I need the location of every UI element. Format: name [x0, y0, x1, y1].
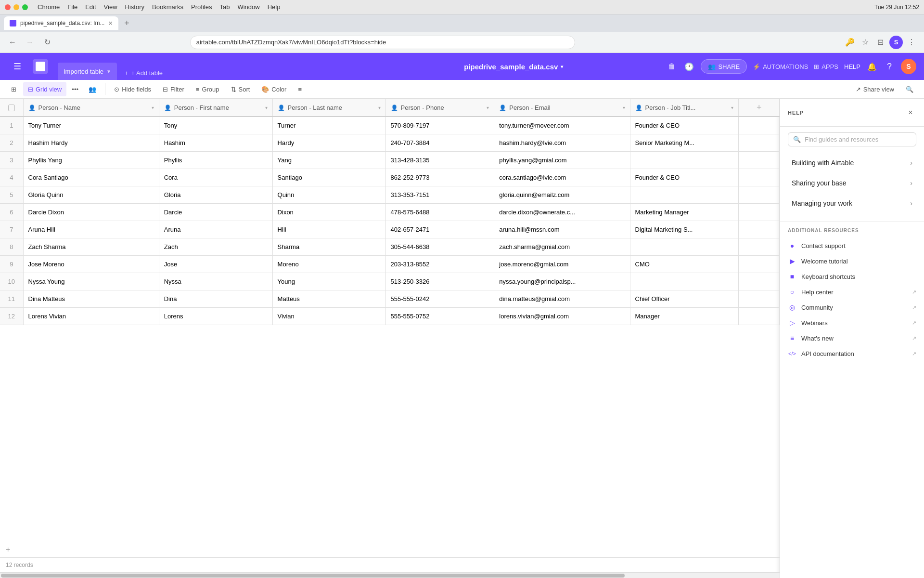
cell-phone-8[interactable]: 305-544-6638: [385, 238, 494, 255]
database-title-dropdown[interactable]: ▾: [561, 64, 563, 69]
cell-name-10[interactable]: Nyssa Young: [23, 273, 159, 290]
extensions-btn[interactable]: 🔑: [843, 36, 857, 49]
cell-name-8[interactable]: Zach Sharma: [23, 238, 159, 255]
help-search-box[interactable]: 🔍: [788, 132, 916, 146]
history-btn[interactable]: 🕐: [683, 61, 695, 72]
cell-lastname-8[interactable]: Sharma: [272, 238, 385, 255]
add-row-btn[interactable]: +: [0, 542, 780, 557]
cell-firstname-9[interactable]: Jose: [159, 255, 272, 273]
cell-lastname-10[interactable]: Young: [272, 273, 385, 290]
cell-firstname-3[interactable]: Phyllis: [159, 151, 272, 169]
mac-menu-file[interactable]: File: [67, 3, 77, 11]
help-close-btn[interactable]: ×: [905, 107, 916, 118]
cell-email-7[interactable]: aruna.hill@mssn.com: [494, 221, 630, 238]
sort-btn[interactable]: ⇅ Sort: [226, 82, 255, 96]
tab-close-btn[interactable]: ×: [108, 19, 112, 27]
resource-whats-new[interactable]: ≡ What's new ↗: [788, 330, 916, 346]
table-row[interactable]: ↗ 7 Aruna Hill Aruna Hill 402-657-2471 a…: [0, 221, 780, 238]
mac-menu-chrome[interactable]: Chrome: [38, 3, 60, 11]
mac-window-controls[interactable]: [5, 4, 28, 10]
cell-jobtitle-6[interactable]: Marketing Manager: [630, 203, 739, 221]
cell-lastname-3[interactable]: Yang: [272, 151, 385, 169]
cell-lastname-7[interactable]: Hill: [272, 221, 385, 238]
col-sort-jobtitle[interactable]: ▾: [731, 105, 733, 110]
table-tab-imported[interactable]: Imported table ▼: [58, 63, 117, 80]
view-more-btn[interactable]: •••: [68, 82, 82, 96]
table-row[interactable]: ↗ 9 Jose Moreno Jose Moreno 203-313-8552…: [0, 255, 780, 273]
cell-firstname-7[interactable]: Aruna: [159, 221, 272, 238]
maximize-window-btn[interactable]: [22, 4, 28, 10]
cell-jobtitle-8[interactable]: [630, 238, 739, 255]
cell-name-12[interactable]: Lorens Vivian: [23, 307, 159, 325]
resource-contact-support[interactable]: ● Contact support: [788, 238, 916, 253]
table-row[interactable]: ↗ 1 Tony Turner Tony Turner 570-809-7197…: [0, 117, 780, 134]
table-row[interactable]: ↗ 3 Phyllis Yang Phyllis Yang 313-428-31…: [0, 151, 780, 169]
cell-jobtitle-9[interactable]: CMO: [630, 255, 739, 273]
cell-firstname-8[interactable]: Zach: [159, 238, 272, 255]
select-all-checkbox[interactable]: [8, 105, 15, 111]
notifications-btn[interactable]: 🔔: [866, 61, 878, 72]
col-header-lastname[interactable]: 👤 Person - Last name ▾: [272, 99, 385, 117]
cell-firstname-1[interactable]: Tony: [159, 117, 272, 134]
trash-btn[interactable]: 🗑: [668, 62, 676, 71]
col-header-jobtitle[interactable]: 👤 Person - Job Titl... ▾: [630, 99, 739, 117]
cell-firstname-6[interactable]: Darcie: [159, 203, 272, 221]
cell-firstname-11[interactable]: Dina: [159, 290, 272, 307]
cell-lastname-11[interactable]: Matteus: [272, 290, 385, 307]
chrome-tab-active[interactable]: pipedrive_sample_data.csv: Im... ×: [4, 16, 118, 30]
new-tab-btn[interactable]: +: [120, 16, 134, 30]
minimize-window-btn[interactable]: [13, 4, 19, 10]
col-sort-email[interactable]: ▾: [623, 105, 625, 110]
chrome-user-avatar[interactable]: S: [889, 36, 903, 49]
mac-menu-window[interactable]: Window: [237, 3, 259, 11]
table-row[interactable]: ↗ 2 Hashim Hardy Hashim Hardy 240-707-38…: [0, 134, 780, 151]
table-tab-dropdown[interactable]: ▼: [106, 69, 111, 74]
cell-jobtitle-3[interactable]: [630, 151, 739, 169]
mac-menu-help[interactable]: Help: [268, 3, 281, 11]
table-row[interactable]: ↗ 4 Cora Santiago Cora Santiago 862-252-…: [0, 169, 780, 186]
help-question-btn[interactable]: ?: [884, 61, 895, 72]
cell-phone-7[interactable]: 402-657-2471: [385, 221, 494, 238]
mac-menu-edit[interactable]: Edit: [85, 3, 96, 11]
table-icon-btn[interactable]: ⊞: [6, 82, 21, 96]
group-btn[interactable]: ≡ Group: [191, 82, 224, 96]
col-add-header[interactable]: +: [739, 99, 780, 117]
col-sort-name[interactable]: ▾: [152, 105, 154, 110]
row-height-btn[interactable]: ≡: [293, 82, 307, 96]
cell-phone-10[interactable]: 513-250-3326: [385, 273, 494, 290]
cell-name-4[interactable]: Cora Santiago: [23, 169, 159, 186]
cell-email-5[interactable]: gloria.quinn@emailz.com: [494, 186, 630, 203]
apps-btn[interactable]: ⊞ APPS: [814, 63, 838, 70]
cell-firstname-5[interactable]: Gloria: [159, 186, 272, 203]
table-row[interactable]: ↗ 11 Dina Matteus Dina Matteus 555-555-0…: [0, 290, 780, 307]
automations-btn[interactable]: ⚡ AUTOMATIONS: [753, 63, 808, 70]
resource-community[interactable]: ◎ Community ↗: [788, 300, 916, 315]
cell-name-9[interactable]: Jose Moreno: [23, 255, 159, 273]
col-sort-lastname[interactable]: ▾: [378, 105, 381, 110]
cell-name-3[interactable]: Phyllis Yang: [23, 151, 159, 169]
mac-menu-profiles[interactable]: Profiles: [191, 3, 212, 11]
table-row[interactable]: ↗ 6 Darcie Dixon Darcie Dixon 478-575-64…: [0, 203, 780, 221]
resource-api-docs[interactable]: </> API documentation ↗: [788, 346, 916, 361]
cell-email-12[interactable]: lorens.vivian@gmial.com: [494, 307, 630, 325]
cell-jobtitle-2[interactable]: Senior Marketing M...: [630, 134, 739, 151]
cell-name-6[interactable]: Darcie Dixon: [23, 203, 159, 221]
help-btn[interactable]: HELP: [844, 63, 860, 70]
help-category-managing[interactable]: Managing your work ›: [784, 194, 920, 213]
cell-jobtitle-1[interactable]: Founder & CEO: [630, 117, 739, 134]
cell-firstname-4[interactable]: Cora: [159, 169, 272, 186]
table-row[interactable]: ↗ 12 Lorens Vivian Lorens Vivian 555-555…: [0, 307, 780, 325]
cell-email-1[interactable]: tony.turner@moveer.com: [494, 117, 630, 134]
chrome-menu-btn[interactable]: ⋮: [905, 36, 918, 49]
forward-btn[interactable]: →: [23, 36, 37, 49]
grid-view-btn[interactable]: ⊟ Grid view: [23, 82, 66, 96]
table-row[interactable]: ↗ 10 Nyssa Young Nyssa Young 513-250-332…: [0, 273, 780, 290]
cell-lastname-2[interactable]: Hardy: [272, 134, 385, 151]
close-window-btn[interactable]: [5, 4, 11, 10]
filter-btn[interactable]: ⊟ Filter: [158, 82, 189, 96]
mac-menu-tab[interactable]: Tab: [219, 3, 230, 11]
horizontal-scrollbar[interactable]: [0, 572, 780, 578]
resource-webinars[interactable]: ▷ Webinars ↗: [788, 315, 916, 330]
bookmark-btn[interactable]: ☆: [859, 36, 872, 49]
col-header-name[interactable]: 👤 Person - Name ▾: [23, 99, 159, 117]
